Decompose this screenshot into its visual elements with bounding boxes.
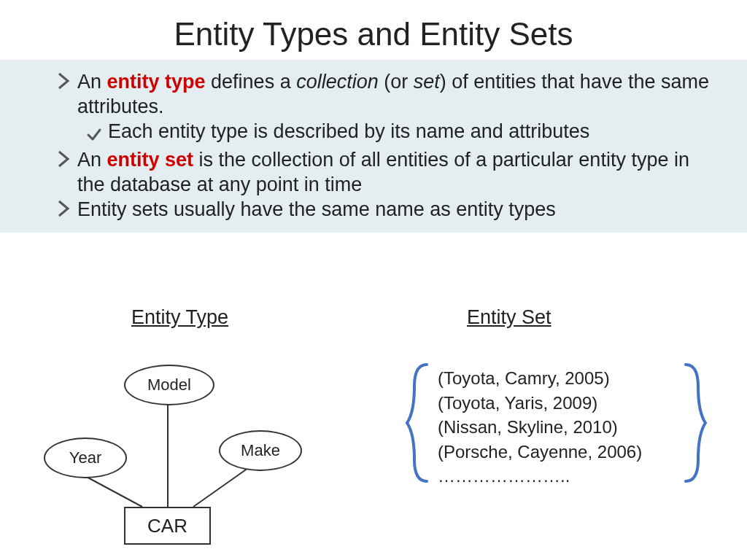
- list-item: (Nissan, Skyline, 2010): [438, 415, 642, 440]
- bullet-2-text: An entity set is the collection of all e…: [77, 148, 712, 198]
- bullet-2: An entity set is the collection of all e…: [57, 148, 712, 198]
- bullet-3: Entity sets usually have the same name a…: [57, 198, 712, 222]
- entity-type-heading: Entity Type: [131, 306, 228, 329]
- entity-set-heading: Entity Set: [467, 306, 551, 329]
- chevron-right-icon: [57, 199, 71, 218]
- chevron-right-icon: [57, 149, 71, 168]
- bullet-1: An entity type defines a collection (or …: [57, 70, 712, 120]
- text-italic: collection: [296, 71, 379, 93]
- attribute-make: Make: [219, 430, 302, 471]
- bullet-1-text: An entity type defines a collection (or …: [77, 70, 712, 120]
- svg-line-2: [193, 468, 248, 507]
- entity-set-list: (Toyota, Camry, 2005) (Toyota, Yaris, 20…: [438, 366, 642, 489]
- text: An: [77, 149, 107, 171]
- bullet-1a: Each entity type is described by its nam…: [86, 120, 712, 149]
- text-emphasis: entity set: [107, 149, 194, 171]
- text-emphasis: entity type: [107, 71, 206, 93]
- list-item: (Toyota, Yaris, 2009): [438, 391, 642, 416]
- text: An: [77, 71, 107, 93]
- attribute-model: Model: [124, 365, 214, 405]
- label: Make: [241, 441, 280, 460]
- chevron-right-icon: [57, 71, 71, 90]
- list-item: (Toyota, Camry, 2005): [438, 366, 642, 391]
- label: Model: [147, 376, 191, 394]
- label: Year: [69, 448, 101, 467]
- text-italic: set: [414, 71, 440, 93]
- er-diagram: Model Year Make CAR: [29, 343, 321, 547]
- entity-car: CAR: [124, 507, 211, 545]
- label: CAR: [147, 515, 187, 537]
- list-item: (Porsche, Cayenne, 2006): [438, 440, 642, 464]
- check-icon: [86, 124, 102, 149]
- diagram-row: Entity Type Entity Set Model Year Make C…: [0, 306, 747, 554]
- bullet-3-text: Entity sets usually have the same name a…: [77, 198, 556, 222]
- text: defines a: [206, 71, 297, 93]
- list-item: …………………..: [438, 464, 642, 489]
- text: (or: [379, 71, 414, 93]
- svg-line-1: [84, 475, 142, 507]
- attribute-year: Year: [44, 438, 127, 478]
- content-box: An entity type defines a collection (or …: [0, 60, 747, 233]
- entity-set-block: (Toyota, Camry, 2005) (Toyota, Yaris, 20…: [379, 357, 729, 525]
- slide: Entity Types and Entity Sets An entity t…: [0, 0, 747, 560]
- bullet-1a-text: Each entity type is described by its nam…: [108, 120, 589, 144]
- slide-title: Entity Types and Entity Sets: [0, 0, 747, 60]
